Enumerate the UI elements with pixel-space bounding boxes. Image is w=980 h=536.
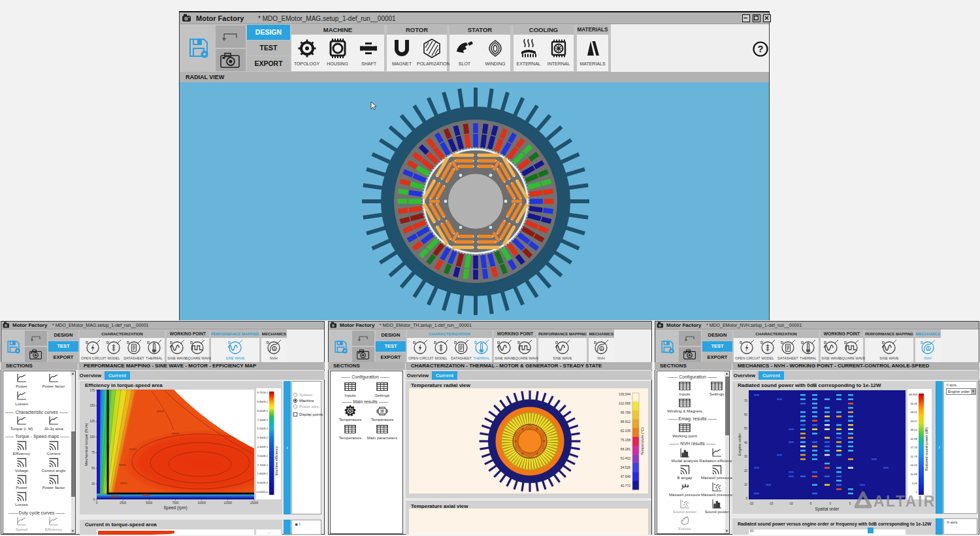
svg-text:D: D	[474, 341, 477, 344]
svg-text:D: D	[921, 341, 923, 344]
svg-text:D: D	[844, 341, 847, 344]
svg-text:D: D	[228, 341, 231, 344]
svg-text:7.1008-1: 7.1008-1	[257, 418, 268, 422]
svg-text:150: 150	[90, 404, 95, 407]
svg-text:D: D	[594, 341, 596, 344]
svg-text:175: 175	[90, 389, 95, 392]
svg-text:0: 0	[93, 498, 95, 501]
svg-text:D: D	[497, 341, 500, 344]
svg-text:D: D	[781, 341, 783, 344]
svg-text:D: D	[517, 341, 520, 344]
svg-text:D: D	[740, 341, 742, 344]
svg-text:1.8008-1: 1.8008-1	[257, 472, 268, 475]
svg-text:D: D	[147, 341, 150, 344]
svg-text:D: D	[454, 341, 457, 344]
svg-text:75: 75	[91, 451, 95, 454]
svg-text:D: D	[86, 341, 88, 344]
svg-text:10000: 10000	[197, 501, 206, 505]
svg-text:7500: 7500	[172, 501, 179, 505]
svg-text:0: 0	[96, 501, 98, 505]
svg-text:D: D	[106, 341, 109, 344]
svg-text:Speed (rpm): Speed (rpm)	[163, 505, 187, 511]
svg-text:D: D	[190, 341, 193, 344]
svg-text:3.5008-1: 3.5008-1	[257, 454, 268, 458]
svg-text:0.0008+0: 0.0008+0	[256, 490, 268, 494]
svg-text:Machine efficiency: Machine efficiency	[274, 446, 278, 475]
svg-text:2.7008-1: 2.7008-1	[257, 463, 268, 467]
svg-text:D: D	[760, 341, 763, 344]
svg-text:2500: 2500	[120, 501, 127, 505]
svg-text:50: 50	[91, 467, 95, 470]
svg-text:4.4008-1: 4.4008-1	[257, 445, 268, 448]
svg-text:D: D	[413, 341, 416, 344]
svg-text:ALTAIR: ALTAIR	[874, 493, 936, 510]
svg-text:D: D	[267, 341, 269, 344]
svg-text:Mechanical torque (N.m): Mechanical torque (N.m)	[84, 423, 88, 466]
svg-text:100: 100	[90, 435, 95, 439]
svg-text:8.9008-1: 8.9008-1	[257, 400, 268, 403]
svg-text:8.0008-1: 8.0008-1	[257, 409, 268, 412]
svg-text:6.2008-1: 6.2008-1	[257, 427, 268, 430]
svg-text:D: D	[555, 341, 558, 344]
svg-text:D: D	[824, 341, 826, 344]
svg-text:D: D	[801, 341, 804, 344]
svg-text:9.7528-1: 9.7528-1	[257, 391, 268, 394]
svg-text:9.0008-2: 9.0008-2	[257, 481, 268, 484]
svg-text:D: D	[127, 341, 129, 344]
svg-text:D: D	[882, 341, 885, 344]
svg-text:5000: 5000	[146, 501, 153, 505]
svg-text:15000: 15000	[250, 501, 259, 505]
svg-text:125: 125	[90, 420, 95, 423]
svg-text:D: D	[170, 341, 172, 344]
svg-text:25: 25	[91, 482, 95, 486]
svg-text:?: ?	[758, 44, 764, 54]
svg-text:5.3008-1: 5.3008-1	[257, 436, 268, 439]
svg-text:D: D	[434, 341, 436, 344]
svg-text:12500: 12500	[224, 501, 233, 505]
